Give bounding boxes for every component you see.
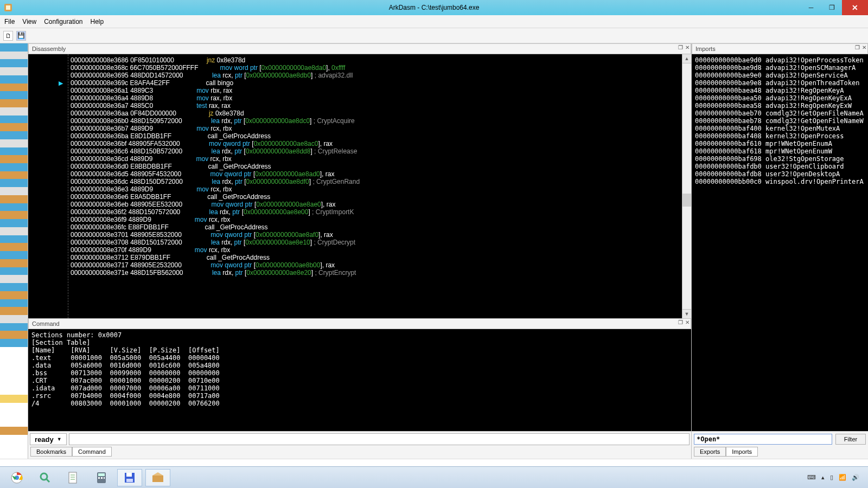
maximize-button[interactable]: ❐ [821,0,842,15]
tab-exports[interactable]: Exports [694,447,726,457]
command-output[interactable]: Sections number: 0x0007 [Section Table] … [28,329,691,431]
section-map[interactable] [0,43,28,459]
panel-float-icon[interactable]: ❐ [855,44,860,50]
chevron-down-icon: ▼ [57,436,62,442]
menubar: File View Configuration Help [0,15,868,28]
svg-line-5 [46,479,49,482]
menu-configuration[interactable]: Configuration [44,18,82,25]
tray-chevron-icon[interactable]: ▴ [821,474,825,481]
panel-float-icon[interactable]: ❐ [678,44,683,50]
svg-rect-18 [152,476,163,482]
disassembly-view[interactable]: ▶ 00000000008e3686 0F8501010000 jnz 0x8e… [28,54,691,318]
taskbar-disk-icon[interactable] [117,469,142,486]
svg-rect-16 [126,473,132,477]
svg-rect-6 [69,472,76,483]
titlebar: ArkDasm - C:\test\jumbo64.exe ─ ❐ ✕ [0,0,868,15]
tab-command[interactable]: Command [72,447,112,457]
tray-network-icon[interactable]: 📶 [839,474,846,481]
svg-rect-14 [104,477,105,479]
menu-help[interactable]: Help [91,18,104,25]
panel-close-icon[interactable]: ✕ [862,44,866,50]
disasm-scrollbar[interactable]: ▲ ▼ [682,54,691,318]
command-status-dropdown[interactable]: ready ▼ [30,433,67,445]
command-status-label: ready [35,435,54,444]
menu-view[interactable]: View [22,18,36,25]
resize-gap [0,459,868,466]
filter-input[interactable] [694,434,832,445]
command-header[interactable]: Command ❐✕ [28,318,691,329]
imports-list[interactable]: 00000000000bae9d0 advapi32!OpenProcessTo… [692,54,868,431]
disassembly-header[interactable]: Disassembly ❐✕ [28,43,691,54]
taskbar-chrome-icon[interactable] [4,469,29,486]
taskbar[interactable]: ⌨ ▴ ▯ 📶 🔊 [0,466,868,488]
panel-float-icon[interactable]: ❐ [678,319,683,325]
window-title: ArkDasm - C:\test\jumbo64.exe [389,4,480,11]
tray-flag-icon[interactable]: ▯ [830,474,833,481]
svg-rect-12 [98,477,100,479]
toolbar-new-icon[interactable]: 🗋 [3,31,13,41]
command-input[interactable] [69,433,690,445]
scroll-thumb[interactable] [682,194,691,207]
toolbar-save-icon[interactable]: 💾 [16,31,26,41]
close-button[interactable]: ✕ [842,0,868,15]
svg-rect-17 [126,479,133,482]
app-icon [3,3,13,12]
menu-file[interactable]: File [4,18,15,25]
minimize-button[interactable]: ─ [801,0,821,15]
taskbar-arkdasm-icon[interactable] [145,469,170,486]
toolbar: 🗋 💾 [0,28,868,43]
command-title: Command [32,320,60,327]
scroll-down-icon[interactable]: ▼ [682,309,691,318]
imports-header[interactable]: Imports ❐✕ [692,43,868,54]
panel-close-icon[interactable]: ✕ [685,44,690,50]
svg-marker-19 [152,472,163,476]
panel-close-icon[interactable]: ✕ [685,319,690,325]
scroll-up-icon[interactable]: ▲ [682,54,691,63]
taskbar-notepad-icon[interactable] [61,469,86,486]
filter-button[interactable]: Filter [835,434,866,445]
tray-volume-icon[interactable]: 🔊 [852,474,859,481]
svg-rect-11 [98,473,105,476]
taskbar-search-icon[interactable] [33,469,58,486]
svg-rect-1 [6,5,10,10]
svg-rect-13 [101,477,103,479]
disassembly-title: Disassembly [32,46,66,52]
taskbar-calc-icon[interactable] [89,469,114,486]
tab-imports[interactable]: Imports [726,447,758,457]
imports-title: Imports [695,46,716,52]
tab-bookmarks[interactable]: Bookmarks [30,447,72,457]
keyboard-icon[interactable]: ⌨ [807,474,816,481]
system-tray[interactable]: ⌨ ▴ ▯ 📶 🔊 [807,474,864,481]
